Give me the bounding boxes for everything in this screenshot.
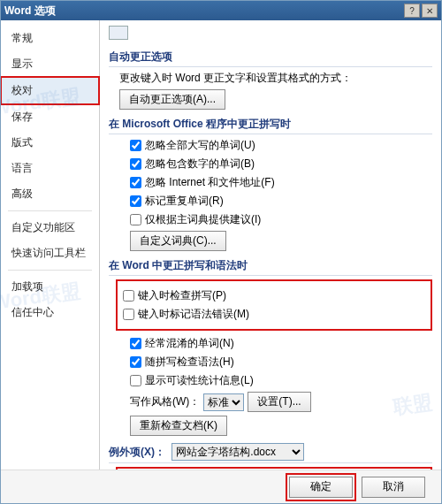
- sidebar-item-trust-center[interactable]: 信任中心: [1, 300, 99, 325]
- cb-mark-grammar-as-type[interactable]: 键入时标记语法错误(M): [123, 307, 249, 322]
- autocorrect-label: 更改键入时 Word 更正文字和设置其格式的方式：: [119, 71, 352, 86]
- cancel-button[interactable]: 取消: [362, 477, 425, 498]
- cb-show-readability[interactable]: 显示可读性统计信息(L): [130, 373, 254, 388]
- cb-ignore-uppercase[interactable]: 忽略全部大写的单词(U): [130, 138, 255, 153]
- sidebar: Word联盟 Word联盟 常规 显示 校对 保存 版式 语言 高级 自定义功能…: [1, 20, 100, 470]
- highlighted-options-box: 键入时检查拼写(P) 键入时标记语法错误(M): [116, 279, 432, 331]
- close-button[interactable]: ✕: [422, 4, 438, 18]
- cb-check-spelling-as-type[interactable]: 键入时检查拼写(P): [123, 288, 226, 303]
- sidebar-item-language[interactable]: 语言: [1, 156, 99, 181]
- titlebar: Word 选项 ? ✕: [1, 1, 441, 20]
- section-autocorrect-options: 自动更正选项: [109, 50, 432, 67]
- cb-ignore-numbers[interactable]: 忽略包含数字的单词(B): [130, 157, 255, 172]
- top-icon-row: [109, 26, 432, 42]
- sidebar-item-advanced[interactable]: 高级: [1, 181, 99, 207]
- cb-check-grammar-with-spelling[interactable]: 随拼写检查语法(H): [130, 355, 234, 370]
- cb-ignore-internet[interactable]: 忽略 Internet 和文件地址(F): [130, 175, 275, 190]
- sidebar-item-addins[interactable]: 加载项: [1, 274, 99, 300]
- section-word-spelling-grammar: 在 Word 中更正拼写和语法时: [109, 258, 432, 276]
- divider: [8, 210, 92, 211]
- sidebar-item-general[interactable]: 常规: [1, 26, 99, 51]
- sidebar-item-layout[interactable]: 版式: [1, 130, 99, 156]
- section-office-spelling: 在 Microsoft Office 程序中更正拼写时: [109, 117, 432, 134]
- writing-style-select[interactable]: 标准: [203, 393, 244, 411]
- settings-button[interactable]: 设置(T)...: [248, 392, 310, 412]
- sidebar-item-display[interactable]: 显示: [1, 51, 99, 77]
- cb-main-dict-only[interactable]: 仅根据主词典提供建议(I): [130, 212, 261, 227]
- divider: [8, 270, 92, 271]
- autocorrect-row: 更改键入时 Word 更正文字和设置其格式的方式： 自动更正选项(A)...: [119, 71, 432, 110]
- sidebar-item-customize-ribbon[interactable]: 自定义功能区: [1, 215, 99, 241]
- exceptions-label: 例外项(X)：: [109, 446, 165, 458]
- word-options-dialog: Word 选项 ? ✕ Word联盟 Word联盟 常规 显示 校对 保存 版式…: [0, 0, 442, 504]
- sidebar-item-quick-access[interactable]: 快速访问工具栏: [1, 241, 99, 266]
- highlighted-exceptions-box: 只隐藏此文档中的拼写错误(S) 只隐藏此文档中的语法错误(D): [116, 467, 432, 470]
- cb-flag-repeated[interactable]: 标记重复单词(R): [130, 194, 224, 209]
- title-text: Word 选项: [4, 4, 402, 19]
- custom-dictionaries-button[interactable]: 自定义词典(C)...: [130, 231, 226, 251]
- recheck-document-button[interactable]: 重新检查文档(K): [130, 416, 227, 436]
- dialog-body: Word联盟 Word联盟 常规 显示 校对 保存 版式 语言 高级 自定义功能…: [1, 20, 441, 470]
- abc-icon: [109, 26, 128, 40]
- section-exceptions: 例外项(X)： 网站金字塔结构.docx: [109, 443, 432, 463]
- content-pane: 联盟 自动更正选项 更改键入时 Word 更正文字和设置其格式的方式： 自动更正…: [100, 20, 441, 470]
- autocorrect-options-button[interactable]: 自动更正选项(A)...: [119, 89, 225, 110]
- help-button[interactable]: ?: [404, 4, 420, 18]
- sidebar-item-save[interactable]: 保存: [1, 104, 99, 130]
- sidebar-item-proofing[interactable]: 校对: [1, 77, 99, 104]
- ok-button[interactable]: 确定: [289, 477, 353, 498]
- cb-confused-words[interactable]: 经常混淆的单词(N): [130, 336, 234, 351]
- exceptions-document-select[interactable]: 网站金字塔结构.docx: [171, 443, 304, 461]
- dialog-footer: 确定 取消: [1, 470, 441, 503]
- writing-style-label: 写作风格(W)：: [130, 394, 200, 409]
